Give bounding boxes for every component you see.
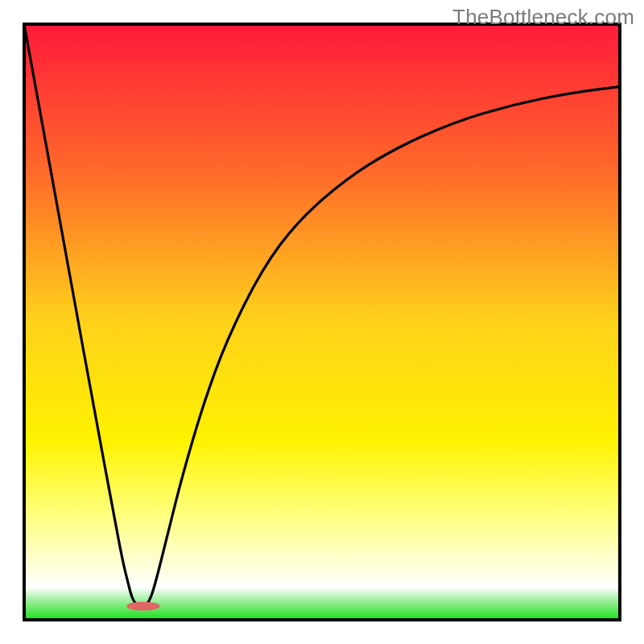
bottleneck-chart: TheBottleneck.com [0,0,644,644]
optimal-marker-pill [126,601,159,610]
plot-background-gradient [24,24,620,620]
chart-svg [0,0,644,644]
